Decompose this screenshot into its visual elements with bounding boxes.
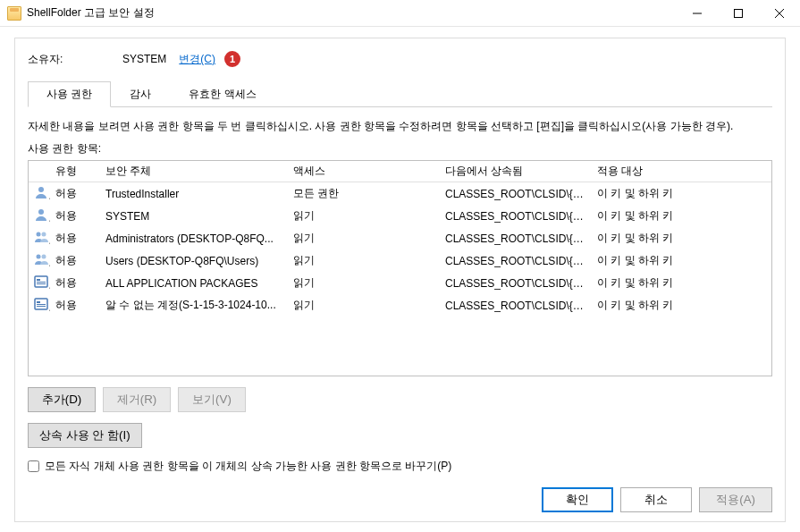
group-icon [34,230,48,244]
replace-children-label: 모든 자식 개체 사용 권한 항목을 이 개체의 상속 가능한 사용 권한 항목… [45,459,451,474]
svg-rect-13 [37,304,46,305]
tab-auditing[interactable]: 감사 [111,81,170,106]
tab-effective-access[interactable]: 유효한 액세스 [170,81,274,106]
cell-access: 읽기 [288,206,440,226]
add-button[interactable]: 추가(D) [28,387,96,412]
maximize-icon [734,9,743,18]
col-access[interactable]: 액세스 [288,161,440,182]
app-icon [34,297,48,311]
user-icon [34,207,48,222]
cell-access: 읽기 [288,295,440,316]
owner-row: 소유자: SYSTEM 변경(C) 1 [28,51,772,67]
annotation-badge-1: 1 [224,51,240,67]
apply-button[interactable]: 적용(A) [699,487,772,512]
change-owner-link[interactable]: 변경(C) [179,52,215,67]
col-inherited[interactable]: 다음에서 상속됨 [440,161,592,182]
cell-type: 허용 [50,183,100,204]
owner-name: SYSTEM [122,53,166,65]
cell-principal: TrustedInstaller [100,185,288,203]
owner-label: 소유자: [28,52,117,67]
grid-header: 유형 보안 주체 액세스 다음에서 상속됨 적용 대상 [29,161,771,182]
cell-applies: 이 키 및 하위 키 [592,183,771,204]
window-title: ShellFolder 고급 보안 설정 [27,5,677,21]
svg-point-1 [38,187,44,192]
minimize-button[interactable] [677,0,718,27]
table-row[interactable]: 허용Users (DESKTOP-Q8FQ\Users)읽기CLASSES_RO… [29,249,771,272]
cell-principal: 알 수 없는 계정(S-1-15-3-1024-10... [100,295,288,316]
cell-inherited: CLASSES_ROOT\CLSID\{F... [440,230,592,248]
tab-strip: 사용 권한 감사 유효한 액세스 [28,81,772,107]
close-button[interactable] [759,0,800,27]
cancel-button[interactable]: 취소 [620,487,692,512]
cell-inherited: CLASSES_ROOT\CLSID\{F... [440,297,592,315]
svg-rect-9 [37,282,46,283]
table-row[interactable]: 허용Administrators (DESKTOP-Q8FQ...읽기CLASS… [29,227,771,249]
svg-point-4 [42,232,46,237]
svg-point-6 [42,255,46,259]
svg-rect-14 [37,306,46,307]
disable-inheritance-button[interactable]: 상속 사용 안 함(I) [28,423,142,448]
table-row[interactable]: 허용TrustedInstaller모든 권한CLASSES_ROOT\CLSI… [29,182,771,205]
table-row[interactable]: 허용SYSTEM읽기CLASSES_ROOT\CLSID\{F...이 키 및 … [29,205,771,227]
cell-inherited: CLASSES_ROOT\CLSID\{F... [440,207,592,225]
table-row[interactable]: 허용알 수 없는 계정(S-1-15-3-1024-10...읽기CLASSES… [29,294,771,317]
cell-access: 읽기 [288,273,440,293]
cell-applies: 이 키 및 하위 키 [592,206,771,226]
replace-children-row[interactable]: 모든 자식 개체 사용 권한 항목을 이 개체의 상속 가능한 사용 권한 항목… [28,459,772,474]
permissions-grid[interactable]: 유형 보안 주체 액세스 다음에서 상속됨 적용 대상 허용TrustedIns… [28,160,772,376]
titlebar: ShellFolder 고급 보안 설정 [0,0,800,27]
cell-access: 모든 권한 [288,183,440,204]
svg-rect-12 [37,301,40,303]
dialog-footer: 확인 취소 적용(A) [542,487,772,512]
cell-inherited: CLASSES_ROOT\CLSID\{F... [440,274,592,292]
description-text: 자세한 내용을 보려면 사용 권한 항목을 두 번 클릭하십시오. 사용 권한 … [28,118,772,134]
table-row[interactable]: 허용ALL APPLICATION PACKAGES읽기CLASSES_ROOT… [29,272,771,294]
tab-permissions[interactable]: 사용 권한 [28,81,111,107]
svg-rect-0 [735,9,743,17]
view-button[interactable]: 보기(V) [178,387,246,412]
col-icon[interactable] [29,161,50,182]
entries-label: 사용 권한 항목: [28,141,772,156]
col-applies[interactable]: 적용 대상 [592,161,771,182]
cell-applies: 이 키 및 하위 키 [592,228,771,249]
user-icon [34,185,48,199]
main-panel: 소유자: SYSTEM 변경(C) 1 사용 권한 감사 유효한 액세스 자세한… [14,38,786,522]
svg-rect-8 [37,279,40,281]
svg-point-5 [37,255,41,259]
cell-inherited: CLASSES_ROOT\CLSID\{F... [440,252,592,270]
app-icon [34,274,48,289]
cell-type: 허용 [50,250,100,271]
cell-principal: Users (DESKTOP-Q8FQ\Users) [100,252,288,270]
entry-buttons: 추가(D) 제거(R) 보기(V) [28,387,772,412]
cell-principal: SYSTEM [100,207,288,225]
cell-access: 읽기 [288,250,440,271]
ok-button[interactable]: 확인 [542,487,613,512]
cell-applies: 이 키 및 하위 키 [592,295,771,316]
group-icon [34,252,48,266]
cell-type: 허용 [50,273,100,293]
cell-applies: 이 키 및 하위 키 [592,273,771,293]
col-principal[interactable]: 보안 주체 [100,161,288,182]
replace-children-checkbox[interactable] [28,460,39,472]
col-type[interactable]: 유형 [50,161,100,182]
folder-icon [7,6,21,21]
remove-button[interactable]: 제거(R) [103,387,171,412]
cell-principal: Administrators (DESKTOP-Q8FQ... [100,230,288,248]
svg-point-2 [38,209,44,215]
maximize-button[interactable] [718,0,759,27]
svg-point-3 [37,232,41,237]
minimize-icon [693,9,702,18]
cell-type: 허용 [50,228,100,249]
cell-type: 허용 [50,206,100,226]
close-icon [775,9,784,18]
cell-applies: 이 키 및 하위 키 [592,250,771,271]
svg-rect-10 [37,283,46,284]
cell-inherited: CLASSES_ROOT\CLSID\{F... [440,185,592,203]
cell-principal: ALL APPLICATION PACKAGES [100,274,288,292]
cell-type: 허용 [50,295,100,316]
window-buttons [677,0,800,27]
cell-access: 읽기 [288,228,440,249]
